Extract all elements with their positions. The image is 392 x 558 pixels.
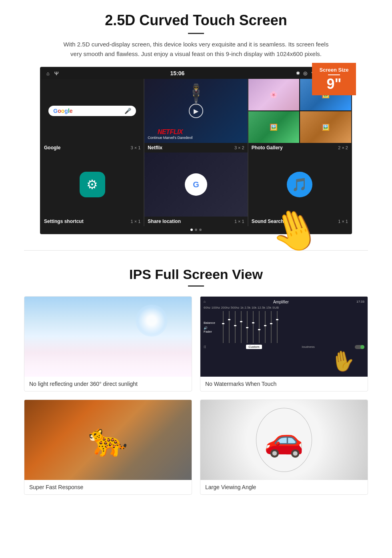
settings-cell[interactable]: ⚙ Settings shortcut 1 × 1 [41, 153, 144, 226]
share-location-content: G [144, 153, 247, 217]
google-logo: Google [53, 108, 72, 114]
usb-icon: Ψ [54, 70, 59, 76]
settings-cell-content: ⚙ [41, 153, 144, 217]
netflix-info: NETFLIX Continue Marvel's Daredevil [148, 128, 192, 140]
netflix-logo-text: NETFLIX [148, 128, 192, 136]
mic-icon: 🎤 [124, 108, 131, 114]
share-bg: G [144, 153, 247, 217]
custom-btn[interactable]: Custom [246, 345, 262, 349]
cheetah-image: 🐆 [24, 400, 192, 480]
section-curved-screen: 2.5D Curved Touch Screen With 2.5D curve… [0, 0, 392, 238]
svg-rect-13 [258, 329, 260, 330]
netflix-cell[interactable]: 🕴 ▶ NETFLIX Continue Marvel's Daredevil … [144, 79, 247, 153]
share-app-name: Share location [148, 219, 181, 224]
feature-caption-amp: No Watermarks When Touch [200, 377, 368, 391]
man-silhouette: 🕴 [184, 83, 208, 106]
feature-card-sky: No light reflecting under 360° direct su… [24, 296, 192, 391]
feature-card-car: 🚗 Large Viewing Angle [200, 399, 368, 495]
google-app-name: Google [44, 145, 60, 151]
amp-nav-prev: ⟨⟨ [204, 345, 206, 349]
car-image: 🚗 [200, 400, 368, 480]
badge-number: 9" [315, 77, 353, 91]
section2-title: IPS Full Screen View [24, 267, 368, 282]
svg-rect-1 [222, 323, 224, 324]
sound-search-content: 🎵 [248, 153, 351, 217]
svg-rect-11 [252, 322, 254, 323]
balance-label: Balance [204, 321, 215, 325]
settings-app-name: Settings shortcut [44, 219, 84, 224]
eq-touch-hand: ✋ [329, 347, 357, 375]
amp-title-text: Amplifier [273, 300, 289, 304]
mockup-wrapper: Screen Size 9" ⌂ Ψ 15:06 ✱ ◎ ▼ ⊡ ◁) ⊠ [40, 67, 352, 234]
feature-card-cheetah: 🐆 Super Fast Response [24, 399, 192, 495]
status-time: 15:06 [170, 70, 185, 76]
sound-label-bar: Sound Search 1 × 1 [248, 217, 351, 226]
netflix-cell-content: 🕴 ▶ NETFLIX Continue Marvel's Daredevil [144, 79, 247, 143]
status-left-icons: ⌂ Ψ [46, 70, 59, 76]
title-divider [188, 33, 204, 34]
netflix-app-name: Netflix [148, 145, 162, 151]
photo-tile-1: 🌸 [248, 79, 300, 110]
google-maps-icon: G [185, 173, 207, 196]
photo-tile-4: 🖼️ [300, 111, 351, 143]
sound-app-name: Sound Search [252, 219, 284, 224]
sky-image [24, 297, 192, 377]
loudness-toggle[interactable] [355, 345, 364, 349]
google-cell[interactable]: Google 🎤 Google 3 × 1 [41, 79, 144, 153]
amp-vol-icon: 🔊 [204, 326, 215, 330]
badge-title: Screen Size [315, 67, 353, 73]
sound-search-icon: 🎵 [287, 172, 312, 197]
features-grid: No light reflecting under 360° direct su… [24, 296, 368, 495]
google-label-bar: Google 3 × 1 [41, 143, 144, 153]
svg-rect-7 [240, 321, 242, 322]
google-app-size: 3 × 1 [131, 145, 141, 150]
google-cell-content: Google 🎤 [41, 79, 144, 143]
svg-rect-9 [246, 327, 248, 328]
android-ui-mockup: ⌂ Ψ 15:06 ✱ ◎ ▼ ⊡ ◁) ⊠ ▭ [40, 67, 352, 234]
settings-label-bar: Settings shortcut 1 × 1 [41, 217, 144, 226]
app-grid-bottom: ⚙ Settings shortcut 1 × 1 G [41, 153, 351, 226]
section1-title: 2.5D Curved Touch Screen [24, 12, 368, 29]
location-icon: ◎ [303, 70, 307, 76]
netflix-app-size: 3 × 2 [234, 145, 244, 150]
share-label-bar: Share location 1 × 1 [144, 217, 247, 226]
google-search-bar[interactable]: Google 🎤 [48, 106, 136, 116]
toggle-knob [360, 345, 364, 349]
title-divider-2 [188, 285, 204, 287]
netflix-bg: 🕴 ▶ NETFLIX Continue Marvel's Daredevil [144, 79, 247, 143]
dot-3 [199, 229, 202, 231]
share-app-size: 1 × 1 [234, 219, 244, 224]
flower-placeholder: 🌸 [248, 79, 300, 110]
svg-rect-17 [270, 323, 272, 324]
svg-rect-19 [276, 319, 278, 320]
svg-rect-3 [228, 319, 230, 320]
screen-size-badge: Screen Size 9" [312, 63, 356, 95]
section1-description: With 2.5D curved-display screen, this de… [60, 40, 332, 59]
dots-indicator [41, 226, 351, 233]
eq-bars-svg [219, 311, 364, 343]
feature-card-amplifier: ⌂ Amplifier 17:33 60hz 100hz 200hz 500hz… [200, 296, 368, 391]
bluetooth-icon: ✱ [296, 70, 300, 76]
badge-divider [328, 74, 340, 75]
photo-app-size: 2 × 2 [338, 145, 348, 150]
app-grid-top: Google 🎤 Google 3 × 1 🕴 [41, 79, 351, 153]
sound-search-cell[interactable]: 🎵 Sound Search 1 × 1 [248, 153, 351, 226]
loudness-label: loudness [302, 345, 315, 349]
netflix-subtitle: Continue Marvel's Daredevil [148, 136, 192, 140]
sun-burst [136, 305, 168, 337]
svg-rect-15 [264, 325, 266, 326]
feature-caption-car: Large Viewing Angle [200, 480, 368, 494]
svg-rect-5 [234, 325, 236, 326]
amp-time: 17:33 [356, 300, 364, 304]
photo-app-name: Photo Gallery [252, 145, 283, 151]
photo-label-bar: Photo Gallery 2 × 2 [248, 143, 351, 153]
orange-placeholder: 🖼️ [300, 111, 351, 143]
netflix-label-bar: Netflix 3 × 2 [144, 143, 247, 153]
home-icon: ⌂ [46, 70, 50, 76]
amp-home-icon: ⌂ [204, 300, 206, 304]
photo-tile-3: 🖼️ [248, 111, 300, 143]
play-button[interactable]: ▶ [189, 104, 203, 118]
section-ips: IPS Full Screen View No light reflecting… [0, 263, 392, 503]
sound-app-size: 1 × 1 [338, 219, 348, 224]
share-location-cell[interactable]: G Share location 1 × 1 [144, 153, 247, 226]
